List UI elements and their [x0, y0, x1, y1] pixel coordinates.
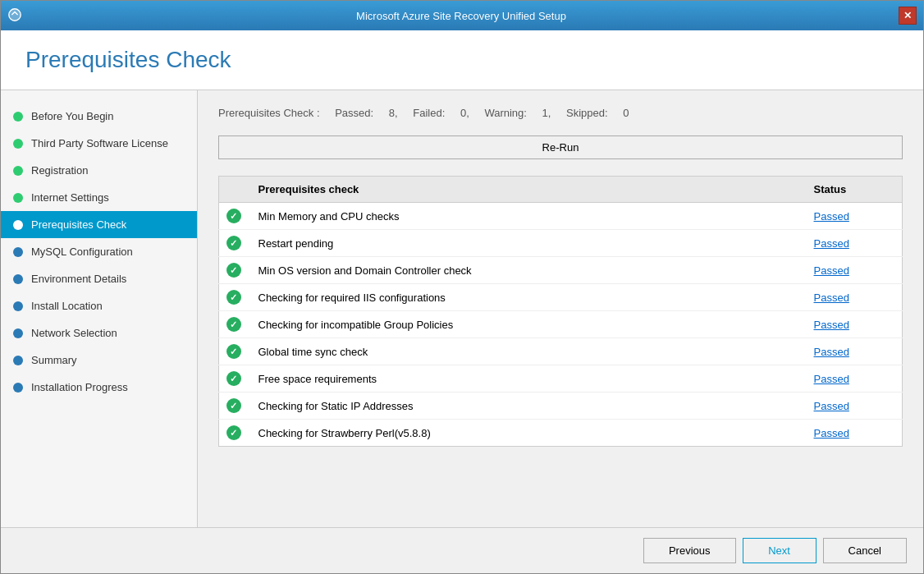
row-icon-8: ✓	[219, 420, 249, 447]
table-row: ✓Min OS version and Domain Controller ch…	[219, 257, 903, 284]
passed-label: Passed:	[335, 107, 373, 119]
row-status-6: Passed	[804, 365, 903, 393]
row-status-7: Passed	[804, 393, 903, 420]
status-link-8[interactable]: Passed	[814, 427, 849, 439]
table-row: ✓Checking for required IIS configuration…	[219, 284, 903, 311]
sidebar-label-summary: Summary	[31, 354, 77, 366]
check-passed-icon: ✓	[226, 236, 241, 250]
status-link-3[interactable]: Passed	[814, 292, 849, 304]
table-row: ✓Min Memory and CPU checksPassed	[219, 203, 903, 230]
row-status-8: Passed	[804, 420, 903, 447]
table-wrapper: Prerequisites check Status ✓Min Memory a…	[218, 176, 903, 511]
sidebar-dot-third-party-software	[13, 139, 23, 149]
check-passed-icon: ✓	[226, 263, 241, 278]
row-icon-6: ✓	[219, 365, 249, 393]
page-title: Prerequisites Check	[25, 47, 899, 73]
table-row: ✓Checking for incompatible Group Policie…	[219, 311, 903, 338]
sidebar-dot-before-you-begin	[13, 112, 23, 122]
header-area: Prerequisites Check	[1, 30, 923, 90]
sidebar-item-mysql-configuration[interactable]: MySQL Configuration	[1, 238, 197, 265]
sidebar-label-third-party-software: Third Party Software License	[31, 137, 168, 149]
row-check-name-1: Restart pending	[249, 230, 804, 257]
sidebar-dot-registration	[13, 166, 23, 176]
sidebar-item-prerequisites-check[interactable]: Prerequisites Check	[1, 211, 197, 238]
check-passed-icon: ✓	[226, 344, 241, 359]
sidebar-label-environment-details: Environment Details	[31, 273, 126, 285]
row-check-name-2: Min OS version and Domain Controller che…	[249, 257, 804, 284]
sidebar-item-before-you-begin[interactable]: Before You Begin	[1, 103, 197, 130]
next-button[interactable]: Next	[743, 538, 817, 563]
row-check-name-4: Checking for incompatible Group Policies	[249, 311, 804, 338]
prerequisites-table: Prerequisites check Status ✓Min Memory a…	[218, 176, 903, 447]
col-check-header: Prerequisites check	[249, 177, 804, 203]
previous-button[interactable]: Previous	[643, 538, 736, 563]
table-row: ✓Free space requirementsPassed	[219, 365, 903, 393]
sidebar-dot-mysql-configuration	[13, 247, 23, 257]
footer-area: Previous Next Cancel	[1, 527, 923, 573]
content-area: Before You BeginThird Party Software Lic…	[1, 90, 923, 527]
sidebar-dot-network-selection	[13, 328, 23, 338]
window-title: Microsoft Azure Site Recovery Unified Se…	[24, 10, 899, 22]
sidebar-item-network-selection[interactable]: Network Selection	[1, 319, 197, 347]
status-link-7[interactable]: Passed	[814, 400, 849, 412]
sidebar-label-before-you-begin: Before You Begin	[31, 110, 113, 122]
failed-value: 0,	[460, 107, 469, 119]
app-icon	[7, 7, 24, 24]
table-row: ✓Checking for Static IP AddressesPassed	[219, 393, 903, 420]
sidebar-item-install-location[interactable]: Install Location	[1, 292, 197, 319]
check-passed-icon: ✓	[226, 317, 241, 332]
table-row: ✓Restart pendingPassed	[219, 230, 903, 257]
sidebar-item-summary[interactable]: Summary	[1, 347, 197, 374]
check-passed-icon: ✓	[226, 371, 241, 386]
check-passed-icon: ✓	[226, 290, 241, 305]
sidebar-label-registration: Registration	[31, 164, 88, 177]
sidebar-dot-install-location	[13, 301, 23, 311]
check-passed-icon: ✓	[226, 398, 241, 413]
sidebar-item-third-party-software[interactable]: Third Party Software License	[1, 130, 197, 157]
sidebar-dot-internet-settings	[13, 193, 23, 203]
col-icon-header	[219, 177, 249, 203]
sidebar-label-internet-settings: Internet Settings	[31, 191, 109, 204]
sidebar-label-prerequisites-check: Prerequisites Check	[31, 218, 126, 231]
warning-label: Warning:	[484, 107, 527, 119]
row-icon-7: ✓	[219, 393, 249, 420]
check-passed-icon: ✓	[226, 425, 241, 440]
status-link-1[interactable]: Passed	[814, 237, 849, 250]
table-row: ✓Global time sync checkPassed	[219, 338, 903, 365]
summary-line: Prerequisites Check : Passed: 8, Failed:…	[218, 107, 903, 119]
sidebar-item-environment-details[interactable]: Environment Details	[1, 265, 197, 292]
sidebar-dot-environment-details	[13, 274, 23, 284]
sidebar-item-internet-settings[interactable]: Internet Settings	[1, 184, 197, 211]
sidebar-dot-prerequisites-check	[13, 220, 23, 230]
sidebar-item-registration[interactable]: Registration	[1, 157, 197, 184]
status-link-6[interactable]: Passed	[814, 373, 849, 385]
check-passed-icon: ✓	[226, 209, 241, 223]
cancel-button[interactable]: Cancel	[823, 538, 907, 563]
main-content: Prerequisites Check : Passed: 8, Failed:…	[198, 90, 923, 527]
row-status-2: Passed	[804, 257, 903, 284]
sidebar-dot-summary	[13, 356, 23, 365]
svg-point-0	[9, 9, 21, 21]
row-check-name-0: Min Memory and CPU checks	[249, 203, 804, 230]
status-link-5[interactable]: Passed	[814, 346, 849, 358]
row-icon-0: ✓	[219, 203, 249, 230]
close-button[interactable]: ✕	[899, 7, 917, 25]
row-status-1: Passed	[804, 230, 903, 257]
skipped-label: Skipped:	[566, 107, 608, 119]
rerun-button[interactable]: Re-Run	[218, 135, 903, 159]
status-link-4[interactable]: Passed	[814, 319, 849, 331]
status-link-2[interactable]: Passed	[814, 264, 849, 277]
row-icon-2: ✓	[219, 257, 249, 284]
title-bar: Microsoft Azure Site Recovery Unified Se…	[1, 1, 923, 30]
row-check-name-5: Global time sync check	[249, 338, 804, 365]
col-status-header: Status	[804, 177, 903, 203]
table-row: ✓Checking for Strawberry Perl(v5.8.8)Pas…	[219, 420, 903, 447]
sidebar-label-network-selection: Network Selection	[31, 327, 117, 339]
row-check-name-3: Checking for required IIS configurations	[249, 284, 804, 311]
sidebar: Before You BeginThird Party Software Lic…	[1, 90, 198, 527]
sidebar-item-installation-progress[interactable]: Installation Progress	[1, 374, 197, 401]
row-status-0: Passed	[804, 203, 903, 230]
passed-value: 8,	[389, 107, 398, 119]
status-link-0[interactable]: Passed	[814, 210, 849, 223]
row-icon-3: ✓	[219, 284, 249, 311]
